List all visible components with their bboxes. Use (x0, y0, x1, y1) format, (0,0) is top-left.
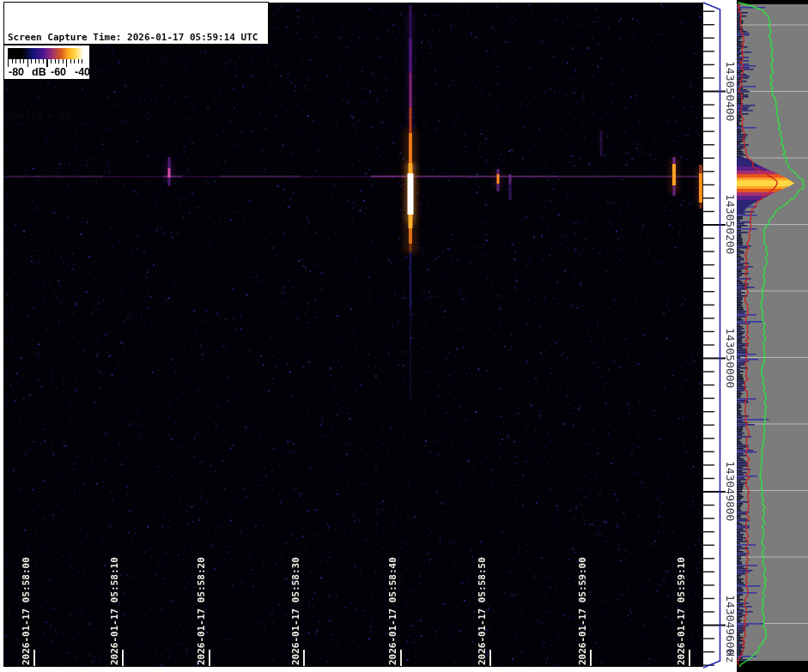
colorbar-gradient (8, 48, 86, 59)
colorbar-labels: -80dB-60-40 (8, 67, 86, 79)
colorbar-label: -40 (75, 66, 90, 78)
colorbar-label: -60 (51, 66, 66, 78)
colorbar-label: dB (32, 66, 46, 78)
capture-time-text: Screen Capture Time: 2026-01-17 05:59:14… (8, 31, 264, 44)
capture-info-box: Screen Capture Time: 2026-01-17 05:59:14… (3, 2, 269, 45)
spectrum-capture-screen: Screen Capture Time: 2026-01-17 05:59:14… (0, 0, 808, 672)
colorbar-label: -80 (9, 66, 24, 78)
db-colorbar: -80dB-60-40 (4, 45, 89, 79)
config-text: Config = V8 (8, 109, 264, 122)
